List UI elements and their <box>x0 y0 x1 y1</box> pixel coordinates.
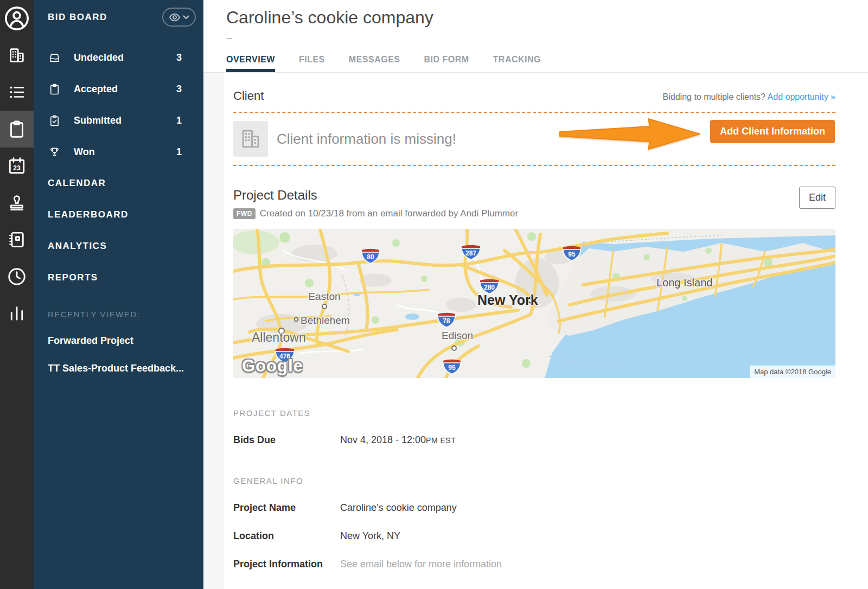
sidebar-item-label: Submitted <box>74 115 176 126</box>
client-section-title: Client <box>233 89 264 103</box>
profile-avatar-button[interactable] <box>0 0 34 37</box>
annotation-arrow-icon <box>559 117 702 152</box>
svg-text:287: 287 <box>465 249 476 257</box>
list-icon <box>8 83 26 101</box>
project-header: Caroline’s cookie company -- OVERVIEW FI… <box>203 0 868 73</box>
tab-files[interactable]: FILES <box>299 55 325 72</box>
building-icon <box>8 46 26 65</box>
sidebar-item-accepted[interactable]: Accepted 3 <box>34 73 203 105</box>
svg-text:95: 95 <box>448 364 456 372</box>
stamp-icon <box>8 194 26 212</box>
tab-messages[interactable]: MESSAGES <box>349 55 400 72</box>
client-missing-banner: Client information is missing! Add Clien… <box>233 112 835 166</box>
project-name-row: Project Name Caroline’s cookie company <box>233 502 835 514</box>
tab-bar: OVERVIEW FILES MESSAGES BID FORM TRACKIN… <box>226 55 868 72</box>
clipboard-icon <box>7 119 27 139</box>
rail-item-analytics[interactable] <box>0 295 34 332</box>
add-opportunity-link[interactable]: Add opportunity » <box>768 92 835 101</box>
sidebar-item-label: Undecided <box>74 52 176 63</box>
rail-item-list[interactable] <box>0 74 34 111</box>
created-from-email-text: Created on 10/23/18 from an email forwar… <box>260 208 518 219</box>
tab-bid-form[interactable]: BID FORM <box>424 55 469 72</box>
project-information-row: Project Information See email below for … <box>233 559 835 570</box>
clipboard-check-icon <box>48 114 61 127</box>
fwd-badge: FWD <box>233 208 256 219</box>
rail-item-bid-board[interactable] <box>0 111 34 148</box>
project-name-value: Caroline’s cookie company <box>340 502 457 514</box>
bids-due-row: Bids Due Nov 4, 2018 - 12:00PM EST <box>233 434 835 446</box>
sidebar-item-count: 3 <box>176 84 182 95</box>
location-label: Location <box>233 530 340 542</box>
multiple-clients-prompt: Bidding to multiple clients? <box>663 92 765 101</box>
contact-book-icon <box>8 231 26 249</box>
svg-text:80: 80 <box>367 253 374 261</box>
project-location-map[interactable]: Easton Bethlehem Allentown Edison New Yo… <box>233 229 835 378</box>
overview-content: Client Bidding to multiple clients? Add … <box>203 73 868 589</box>
sidebar-title: BID BOARD <box>48 12 107 23</box>
project-information-value: See email below for more information <box>340 559 502 570</box>
map-label-easton: Easton <box>308 291 340 302</box>
add-client-information-button[interactable]: Add Client Information <box>710 120 835 143</box>
map-canvas: Easton Bethlehem Allentown Edison New Yo… <box>233 229 835 378</box>
sidebar-item-analytics[interactable]: ANALYTICS <box>34 231 203 262</box>
map-label-edison: Edison <box>442 330 473 341</box>
content-gutter <box>203 73 224 589</box>
board-visibility-dropdown[interactable] <box>162 8 196 27</box>
recently-viewed-header: RECENTLY VIEWED: <box>48 310 203 319</box>
trophy-icon <box>48 146 61 158</box>
rail-item-companies[interactable] <box>0 37 34 74</box>
eye-icon <box>169 12 181 22</box>
tab-tracking[interactable]: TRACKING <box>493 55 541 72</box>
bids-due-value: Nov 4, 2018 - 12:00PM EST <box>340 434 456 446</box>
project-information-label: Project Information <box>233 559 340 570</box>
project-name-label: Project Name <box>233 502 340 514</box>
page-subtitle: -- <box>226 33 868 43</box>
page-title: Caroline’s cookie company <box>226 8 868 28</box>
svg-text:78: 78 <box>443 317 450 325</box>
sidebar-item-calendar[interactable]: CALENDAR <box>34 168 203 199</box>
map-label-long-island: Long Island <box>656 277 712 289</box>
sidebar-item-undecided[interactable]: Undecided 3 <box>34 42 203 73</box>
building-placeholder-icon <box>239 127 262 151</box>
rail-item-history[interactable] <box>0 258 34 295</box>
icon-rail: 23 <box>0 0 34 589</box>
calendar-day-number: 23 <box>13 164 21 172</box>
client-placeholder-box <box>233 121 268 157</box>
sidebar-item-submitted[interactable]: Submitted 1 <box>34 105 203 136</box>
sidebar: BID BOARD Undecided 3 <box>34 0 203 589</box>
tab-overview[interactable]: OVERVIEW <box>226 55 275 72</box>
google-logo: Google <box>242 356 303 376</box>
bar-chart-icon <box>7 304 27 323</box>
rail-item-contacts[interactable] <box>0 221 34 258</box>
sidebar-item-count: 1 <box>176 115 182 126</box>
main-panel: Caroline’s cookie company -- OVERVIEW FI… <box>203 0 868 589</box>
sidebar-item-label: Accepted <box>74 84 176 95</box>
location-row: Location New York, NY <box>233 530 835 542</box>
map-label-bethlehem: Bethlehem <box>301 315 350 326</box>
rail-item-stamp[interactable] <box>0 184 34 221</box>
svg-text:95: 95 <box>568 251 576 258</box>
chevron-down-icon <box>183 15 189 20</box>
client-missing-message: Client information is missing! <box>277 131 456 148</box>
clock-icon <box>7 267 27 286</box>
recent-item-forwarded-project[interactable]: Forwarded Project <box>48 335 203 347</box>
project-dates-header: PROJECT DATES <box>233 408 835 418</box>
bids-due-label: Bids Due <box>233 434 340 446</box>
map-label-allentown: Allentown <box>252 330 306 344</box>
calendar-icon: 23 <box>7 156 27 176</box>
sidebar-item-won[interactable]: Won 1 <box>34 136 203 168</box>
map-attribution: Map data ©2018 Google <box>750 366 835 378</box>
general-info-header: GENERAL INFO <box>233 476 835 485</box>
recent-item-tt-sales[interactable]: TT Sales-Product Feedback... <box>48 363 203 374</box>
sidebar-item-count: 3 <box>176 52 182 63</box>
project-details-title: Project Details <box>233 188 518 203</box>
clipboard-icon <box>48 83 61 95</box>
svg-text:280: 280 <box>484 284 495 291</box>
sidebar-item-leaderboard[interactable]: LEADERBOARD <box>34 199 203 231</box>
rail-item-calendar[interactable]: 23 <box>0 148 34 184</box>
edit-project-button[interactable]: Edit <box>799 187 835 209</box>
inbox-tray-icon <box>48 52 61 64</box>
sidebar-item-reports[interactable]: REPORTS <box>34 262 203 293</box>
app-window: 23 <box>0 0 868 589</box>
avatar-icon <box>4 6 29 31</box>
